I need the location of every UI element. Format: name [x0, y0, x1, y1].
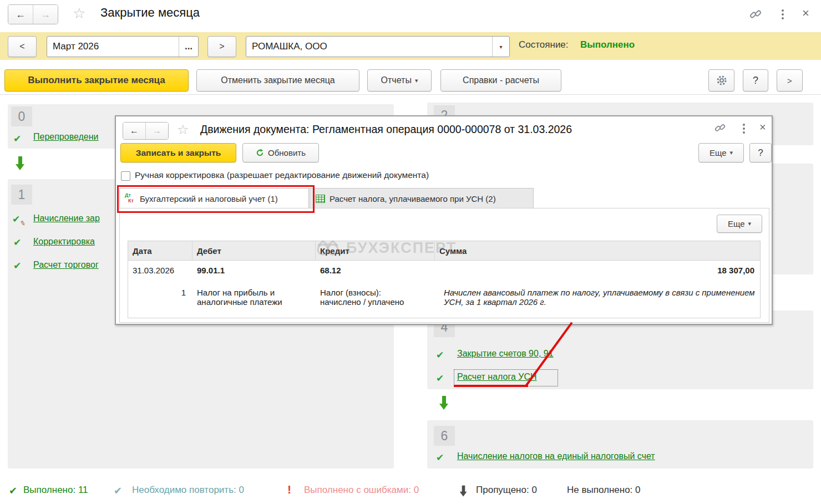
cell-credit-account: 68.12: [316, 261, 435, 283]
table-grid-icon: [316, 195, 325, 203]
company-dropdown-button[interactable]: ▾: [492, 37, 509, 57]
annotation-underline: [454, 385, 528, 387]
col-header-debit: Дебет: [192, 241, 316, 261]
manual-adjustment-checkbox[interactable]: [121, 171, 130, 181]
more-label: Еще: [709, 148, 727, 157]
flow-down-arrow-icon: [16, 156, 25, 171]
main-nav-group: ← →: [8, 4, 58, 24]
movements-table: Дата Дебет Кредит Сумма 31.03.2026 99.01…: [128, 241, 761, 318]
refresh-icon: [256, 149, 264, 157]
prev-month-button[interactable]: <: [8, 36, 37, 57]
cell-debit-account: 99.01.1: [192, 261, 316, 283]
operation-link-trade[interactable]: Расчет торговог: [33, 260, 99, 270]
favorite-star-icon[interactable]: ☆: [73, 6, 85, 21]
link-icon[interactable]: [714, 122, 726, 134]
cell-comment: Начислен авансовый платеж по налогу, упл…: [435, 283, 760, 318]
dialog-more-button[interactable]: Еще▾: [698, 143, 744, 162]
link-icon[interactable]: [749, 8, 762, 21]
expand-button[interactable]: >: [777, 69, 803, 91]
check-icon: ✔: [13, 261, 21, 271]
cell-date: 31.03.2026: [128, 261, 192, 283]
period-value: Март 2026: [47, 41, 179, 52]
favorite-star-icon[interactable]: ☆: [177, 123, 189, 136]
cell-debit-description: Налог на прибыль и аналогичные платежи: [192, 283, 295, 318]
section-number-badge: 6: [434, 426, 455, 446]
table-more-button[interactable]: Еще▾: [717, 215, 762, 233]
gear-icon: [716, 74, 728, 86]
status-label: Состояние:: [519, 39, 569, 50]
refresh-button[interactable]: Обновить: [242, 143, 319, 162]
operation-link-unified-tax-account[interactable]: Начисление налогов на единый налоговый с…: [457, 451, 655, 461]
status-done: Выполнено: 11: [23, 485, 88, 496]
cell-sum: 18 307,00: [435, 261, 760, 283]
done-check-icon: ✔: [9, 486, 17, 496]
toolbar-separator: [0, 94, 821, 95]
repeat-check-icon: ✔: [114, 486, 122, 496]
dialog-title: Движения документа: Регламентная операци…: [200, 123, 572, 136]
document-movements-dialog: ← → ☆ Движения документа: Регламентная о…: [115, 115, 773, 325]
status-not-done: Не выполнено: 0: [567, 485, 641, 496]
manual-adjustment-label: Ручная корректировка (разрешает редактир…: [135, 170, 429, 180]
dialog-help-button[interactable]: ?: [749, 143, 772, 162]
table-row[interactable]: 1 Налог на прибыль и аналогичные платежи…: [128, 283, 760, 318]
section-number-badge: 0: [11, 106, 32, 126]
dialog-nav-group: ← →: [123, 122, 169, 140]
tab-usn-label: Расчет налога, уплачиваемого при УСН (2): [330, 194, 496, 203]
refresh-label: Обновить: [268, 148, 306, 157]
chevron-down-icon: ▾: [730, 149, 733, 156]
filter-bar: < Март 2026 ... > РОМАШКА, ООО ▾ Состоян…: [0, 32, 821, 60]
back-button[interactable]: ←: [123, 123, 145, 139]
skipped-down-arrow-icon: [460, 486, 468, 497]
close-window-icon[interactable]: ×: [802, 7, 809, 19]
tab-accounting-label: Бухгалтерский и налоговый учет (1): [140, 194, 278, 203]
page-title: Закрытие месяца: [100, 6, 200, 20]
reports-label: Отчеты: [381, 75, 412, 85]
col-header-date: Дата: [128, 241, 192, 261]
references-button[interactable]: Справки - расчеты: [440, 69, 561, 91]
check-icon: ✔: [436, 453, 444, 462]
company-field[interactable]: РОМАШКА, ООО ▾: [246, 36, 510, 57]
operation-link-usn-tax[interactable]: Расчет налога УСН: [457, 372, 537, 382]
operation-link-close-90-91[interactable]: Закрытие счетов 90, 91: [457, 349, 554, 359]
more-menu-icon[interactable]: [743, 124, 745, 126]
operation-link-adjustment[interactable]: Корректировка: [33, 237, 95, 247]
section-number-badge: 1: [11, 185, 32, 205]
check-icon: ✔: [13, 238, 21, 247]
period-picker-button[interactable]: ...: [179, 37, 198, 57]
flow-down-arrow-icon: [439, 396, 449, 410]
close-dialog-icon[interactable]: ×: [759, 121, 766, 133]
reports-button[interactable]: Отчеты▾: [367, 69, 432, 91]
cell-row-number: 1: [128, 283, 192, 318]
run-month-close-button[interactable]: Выполнить закрытие месяца: [4, 69, 189, 91]
company-value: РОМАШКА, ООО: [246, 41, 492, 52]
col-header-sum: Сумма: [435, 241, 760, 261]
back-arrow-icon: ←: [16, 9, 26, 21]
operation-link-reposting[interactable]: Перепроведени: [33, 132, 99, 142]
more-menu-icon[interactable]: [782, 9, 784, 12]
cancel-month-close-button[interactable]: Отменить закрытие месяца: [196, 69, 359, 91]
cell-credit-description: Налог (взносы): начислено / уплачено: [316, 283, 413, 318]
forward-arrow-icon: →: [40, 9, 50, 21]
back-button[interactable]: ←: [8, 5, 33, 24]
forward-button[interactable]: →: [145, 123, 168, 139]
check-icon: ✔: [13, 134, 21, 144]
operation-link-payroll[interactable]: Начисление зар: [33, 213, 100, 223]
tab-usn-tax[interactable]: Расчет налога, уплачиваемого при УСН (2): [310, 188, 534, 208]
status-repeat: Необходимо повторить: 0: [132, 485, 244, 496]
tab-accounting[interactable]: ДтКт Бухгалтерский и налоговый учет (1): [119, 188, 309, 208]
check-edited-icon: ✔: [12, 215, 20, 224]
check-icon: ✔: [436, 350, 444, 360]
period-field[interactable]: Март 2026 ...: [47, 36, 199, 57]
forward-button[interactable]: →: [33, 5, 58, 24]
settings-button[interactable]: [708, 69, 734, 91]
chevron-down-icon: ▾: [415, 77, 418, 84]
next-month-button[interactable]: >: [207, 36, 236, 57]
save-close-button[interactable]: Записать и закрыть: [120, 143, 236, 162]
help-button[interactable]: ?: [743, 69, 768, 91]
status-value: Выполнено: [580, 39, 635, 50]
status-skipped: Пропущено: 0: [476, 485, 537, 496]
forward-arrow-icon: →: [153, 126, 161, 136]
table-row[interactable]: 31.03.2026 99.01.1 68.12 18 307,00: [128, 261, 760, 283]
error-exclamation-icon: !: [287, 483, 291, 496]
chevron-down-icon: ▾: [499, 44, 502, 50]
